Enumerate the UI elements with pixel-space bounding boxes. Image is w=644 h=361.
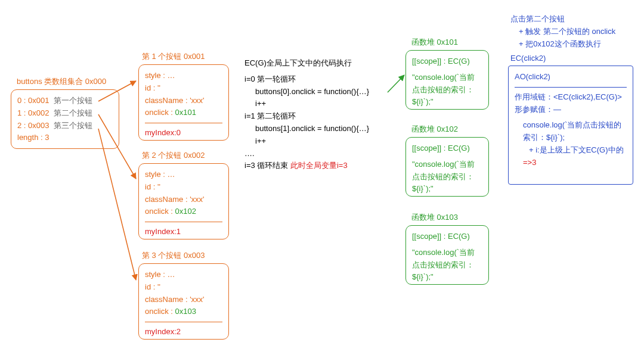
ecg-line: buttons[1].onclick = function(){…} (244, 123, 394, 135)
heap-body: "console.log(`当前点击按钮的索引：${i}`);" (412, 247, 482, 284)
click-note-line: + 把0x102这个函数执行 (510, 38, 642, 51)
ecg-line: i++ (244, 98, 394, 110)
heap-1-box: [[scope]] : EC(G) "console.log(`当前点击按钮的索… (405, 50, 489, 110)
button-prop: style : … (145, 169, 222, 181)
heap-3-box: [[scope]] : EC(G) "console.log(`当前点击按钮的索… (405, 225, 489, 285)
ecg-line: i++ (244, 135, 394, 148)
button-myindex: myIndex:0 (145, 127, 222, 139)
button-prop: style : … (145, 269, 222, 281)
ecg-block: EC(G)全局上下文中的代码执行 i=0 第一轮循环 buttons[0].on… (244, 57, 394, 172)
button-prop: id : '' (145, 181, 222, 194)
ecg-line: i=1 第二轮循环 (244, 110, 394, 123)
button-prop: className : 'xxx' (145, 194, 222, 206)
click-note-line: 点击第二个按钮 (510, 13, 642, 26)
ec-click-ao: AO(click2) (515, 71, 627, 83)
heap-2-box: [[scope]] : EC(G) "console.log(`当前点击按钮的索… (405, 137, 489, 197)
button-prop: id : '' (145, 82, 222, 95)
collection-length: length : 3 (17, 132, 113, 144)
collection-item: 1 : 0x002 第二个按钮 (17, 107, 113, 120)
collection-item: 2 : 0x003 第三个按钮 (17, 120, 113, 132)
collection-item: 0 : 0x001 第一个按钮 (17, 95, 113, 107)
button-prop: id : '' (145, 281, 222, 294)
button-1-box: style : … id : '' className : 'xxx' oncl… (138, 64, 229, 141)
heap-2-title: 函数堆 0x102 (411, 124, 458, 135)
button-onclick: onclick : 0x101 (145, 107, 222, 119)
ec-click-title: EC(click2) (510, 54, 546, 63)
ec-click-scope: 作用域链：<EC(click2),EC(G)> (515, 91, 627, 104)
button-prop: className : 'xxx' (145, 95, 222, 107)
ecg-line: …. (244, 148, 394, 160)
heap-3-title: 函数堆 0x103 (411, 212, 458, 223)
ecg-line: i=0 第一轮循环 (244, 73, 394, 86)
button-1-title: 第 1 个按钮 0x001 (142, 51, 205, 62)
heap-scope: [[scope]] : EC(G) (412, 231, 482, 243)
button-onclick: onclick : 0x102 (145, 206, 222, 218)
ec-click-result: =>3 (515, 157, 627, 169)
click-note-line: + 触发 第二个按钮的 onclick (510, 26, 642, 38)
heap-body: "console.log(`当前点击按钮的索引：${i}`);" (412, 71, 482, 108)
buttons-collection-box: 0 : 0x001 第一个按钮 1 : 0x002 第二个按钮 2 : 0x00… (11, 89, 119, 149)
button-onclick: onclick : 0x103 (145, 306, 222, 318)
button-prop: className : 'xxx' (145, 294, 222, 306)
button-prop: style : … (145, 70, 222, 82)
button-3-title: 第 3 个按钮 0x003 (142, 250, 205, 261)
buttons-collection-title: buttons 类数组集合 0x000 (17, 76, 106, 87)
button-2-title: 第 2 个按钮 0x002 (142, 150, 205, 161)
button-myindex: myIndex:1 (145, 226, 222, 238)
ec-click-code: console.log(`当前点击按钮的索引：${i}`); (515, 119, 627, 144)
ecg-heading: EC(G)全局上下文中的代码执行 (244, 57, 394, 70)
svg-line-2 (98, 129, 136, 280)
click-notes: 点击第二个按钮 + 触发 第二个按钮的 onclick + 把0x102这个函数… (510, 13, 642, 50)
button-2-box: style : … id : '' className : 'xxx' oncl… (138, 163, 229, 239)
heap-scope: [[scope]] : EC(G) (412, 142, 482, 155)
ec-click-box: AO(click2) 作用域链：<EC(click2),EC(G)> 形参赋值：… (508, 66, 633, 185)
button-3-box: style : … id : '' className : 'xxx' oncl… (138, 263, 229, 340)
ecg-end-line: i=3 循环结束 此时全局变量i=3 (244, 160, 394, 172)
ecg-line: buttons[0].onclick = function(){…} (244, 86, 394, 98)
button-myindex: myIndex:2 (145, 326, 222, 338)
heap-scope: [[scope]] : EC(G) (412, 55, 482, 68)
ec-click-code: + i:是上级上下文EC(G)中的 (515, 144, 627, 157)
ec-click-args: 形参赋值：— (515, 104, 627, 116)
heap-body: "console.log(`当前点击按钮的索引：${i}`);" (412, 158, 482, 195)
heap-1-title: 函数堆 0x101 (411, 37, 458, 48)
